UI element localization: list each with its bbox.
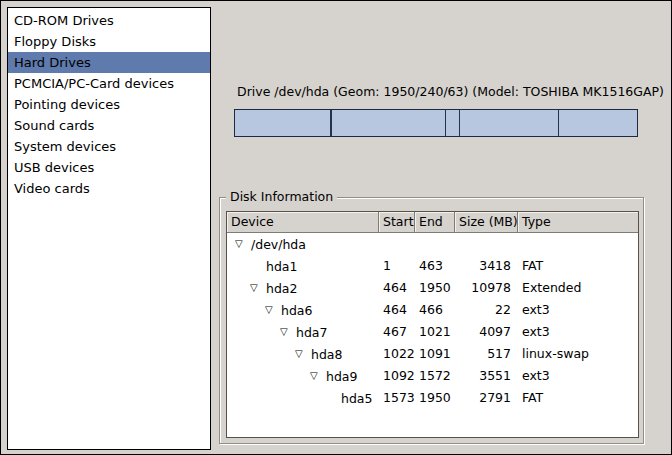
table-row[interactable]: ▽/dev/hda [227, 233, 638, 255]
device-label: hda5 [341, 391, 372, 406]
device-cell: ▽hda6 [227, 299, 379, 321]
start-cell: 1 [379, 255, 415, 277]
sidebar-item-usb-devices[interactable]: USB devices [8, 157, 210, 178]
start-cell: 1022 [379, 343, 415, 365]
column-header-start[interactable]: Start [379, 212, 415, 232]
indent-spacer [231, 332, 280, 333]
table-row[interactable]: ▽hda9109215723551ext3 [227, 365, 638, 387]
indent-spacer [231, 288, 250, 289]
column-header-size[interactable]: Size (MB) [455, 212, 518, 232]
table-row[interactable]: ▽hda746710214097ext3 [227, 321, 638, 343]
type-cell: linux-swap [518, 343, 638, 365]
disk-information-groupbox: Disk Information Device Start End Size (… [219, 197, 644, 444]
device-cell: ▽hda7 [227, 321, 379, 343]
partition-segment-hda7 [332, 110, 446, 136]
partition-segment-hda5 [559, 110, 637, 136]
size-cell: 3551 [455, 365, 518, 387]
device-label: hda9 [326, 369, 357, 384]
indent-spacer [231, 398, 325, 399]
device-label: hda7 [296, 325, 327, 340]
size-cell: 22 [455, 299, 518, 321]
end-cell: 1572 [415, 365, 455, 387]
size-cell: 2791 [455, 387, 518, 409]
device-label: hda8 [311, 347, 342, 362]
partition-segment-hda9 [460, 110, 559, 136]
disk-table-body: ▽/dev/hdahda114633418FAT▽hda246419501097… [227, 233, 638, 409]
partition-segment-hda8 [446, 110, 460, 136]
type-cell: FAT [518, 387, 638, 409]
end-cell: 463 [415, 255, 455, 277]
type-cell: ext3 [518, 321, 638, 343]
column-header-type[interactable]: Type [518, 212, 638, 232]
size-cell: 3418 [455, 255, 518, 277]
end-cell: 1950 [415, 277, 455, 299]
expander-icon[interactable]: ▽ [295, 343, 311, 365]
sidebar-item-video-cards[interactable]: Video cards [8, 178, 210, 199]
start-cell: 1092 [379, 365, 415, 387]
start-cell: 464 [379, 299, 415, 321]
drive-partition-bar [234, 109, 638, 137]
type-cell: FAT [518, 255, 638, 277]
indent-spacer [231, 266, 250, 267]
type-cell: Extended [518, 277, 638, 299]
size-cell: 517 [455, 343, 518, 365]
drive-geometry-label: Drive /dev/hda (Geom: 1950/240/63) (Mode… [237, 84, 664, 99]
column-header-device[interactable]: Device [227, 212, 379, 232]
expander-icon[interactable]: ▽ [280, 321, 296, 343]
end-cell: 1021 [415, 321, 455, 343]
expander-icon[interactable]: ▽ [265, 299, 281, 321]
size-cell: 10978 [455, 277, 518, 299]
start-cell: 464 [379, 277, 415, 299]
sidebar-item-floppy-disks[interactable]: Floppy Disks [8, 31, 210, 52]
device-cell: ▽/dev/hda [227, 233, 379, 255]
partition-segment-hda1 [235, 110, 331, 136]
device-category-list: CD-ROM DrivesFloppy DisksHard DrivesPCMC… [7, 7, 211, 450]
device-cell: ▽hda2 [227, 277, 379, 299]
size-cell: 4097 [455, 321, 518, 343]
table-row[interactable]: ▽hda2464195010978Extended [227, 277, 638, 299]
disk-information-table: Device Start End Size (MB) Type ▽/dev/hd… [226, 211, 639, 438]
end-cell: 466 [415, 299, 455, 321]
start-cell: 1573 [379, 387, 415, 409]
sidebar-item-hard-drives[interactable]: Hard Drives [8, 52, 210, 73]
indent-spacer [231, 310, 265, 311]
device-label: hda2 [266, 281, 297, 296]
column-header-end[interactable]: End [415, 212, 455, 232]
expander-icon[interactable]: ▽ [235, 233, 251, 255]
type-cell: ext3 [518, 299, 638, 321]
table-row[interactable]: hda5157319502791FAT [227, 387, 638, 409]
device-cell: ▽hda8 [227, 343, 379, 365]
sidebar-item-pcmcia-pc-card-devices[interactable]: PCMCIA/PC-Card devices [8, 73, 210, 94]
expander-icon[interactable]: ▽ [310, 365, 326, 387]
device-cell: hda5 [227, 391, 379, 406]
end-cell: 1091 [415, 343, 455, 365]
sidebar-item-system-devices[interactable]: System devices [8, 136, 210, 157]
sidebar-item-sound-cards[interactable]: Sound cards [8, 115, 210, 136]
table-row[interactable]: hda114633418FAT [227, 255, 638, 277]
sidebar-item-pointing-devices[interactable]: Pointing devices [8, 94, 210, 115]
device-label: hda1 [266, 259, 297, 274]
indent-spacer [231, 354, 295, 355]
type-cell: ext3 [518, 365, 638, 387]
sidebar-item-cd-rom-drives[interactable]: CD-ROM Drives [8, 10, 210, 31]
device-label: /dev/hda [251, 237, 306, 252]
expander-icon[interactable]: ▽ [250, 277, 266, 299]
groupbox-title: Disk Information [226, 189, 337, 204]
table-header-row: Device Start End Size (MB) Type [227, 212, 638, 233]
device-cell: ▽hda9 [227, 365, 379, 387]
hardware-browser-window: CD-ROM DrivesFloppy DisksHard DrivesPCMC… [0, 0, 672, 455]
end-cell: 1950 [415, 387, 455, 409]
device-label: hda6 [281, 303, 312, 318]
table-row[interactable]: ▽hda646446622ext3 [227, 299, 638, 321]
table-row[interactable]: ▽hda810221091517linux-swap [227, 343, 638, 365]
device-cell: hda1 [227, 259, 379, 274]
indent-spacer [231, 376, 310, 377]
start-cell: 467 [379, 321, 415, 343]
